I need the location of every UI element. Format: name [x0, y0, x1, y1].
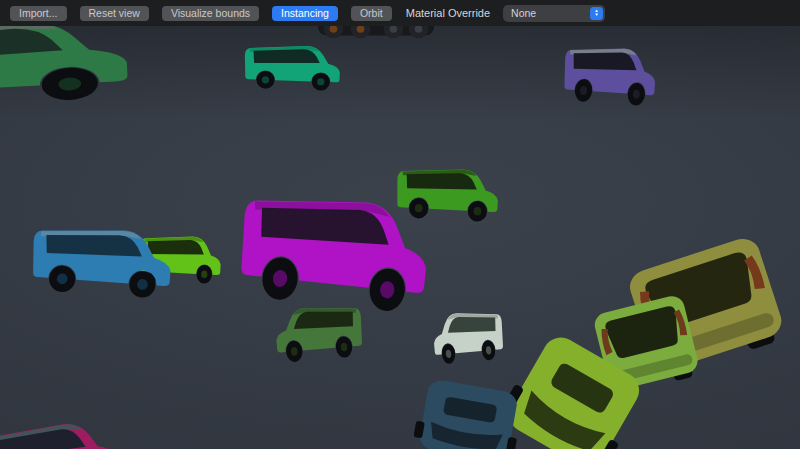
reset-view-button[interactable]: Reset view [80, 6, 149, 21]
car-model-magenta-car-corner [0, 406, 138, 449]
visualize-bounds-button[interactable]: Visualize bounds [162, 6, 259, 21]
material-override-label: Material Override [406, 7, 490, 19]
car-model-dark-blue-car-bottom [410, 376, 526, 449]
car-model-green-car-closeup [0, 26, 169, 119]
import-button[interactable]: Import... [10, 6, 67, 21]
material-override-value: None [511, 7, 536, 19]
car-model-teal-suv [239, 36, 354, 95]
model-viewer-window: Import... Reset view Visualize bounds In… [0, 0, 800, 449]
car-model-white-car [421, 301, 508, 370]
car-model-purple-car [558, 34, 671, 111]
orbit-button[interactable]: Orbit [351, 6, 392, 21]
stepper-chevrons-icon: ▲▼ [590, 7, 603, 20]
material-override-dropdown[interactable]: None ▲▼ [503, 5, 605, 22]
car-model-blue-car [23, 212, 192, 305]
3d-viewport[interactable] [0, 26, 800, 449]
car-model-dark-green-car [261, 294, 368, 369]
toolbar: Import... Reset view Visualize bounds In… [0, 0, 800, 26]
instancing-button[interactable]: Instancing [272, 6, 338, 21]
